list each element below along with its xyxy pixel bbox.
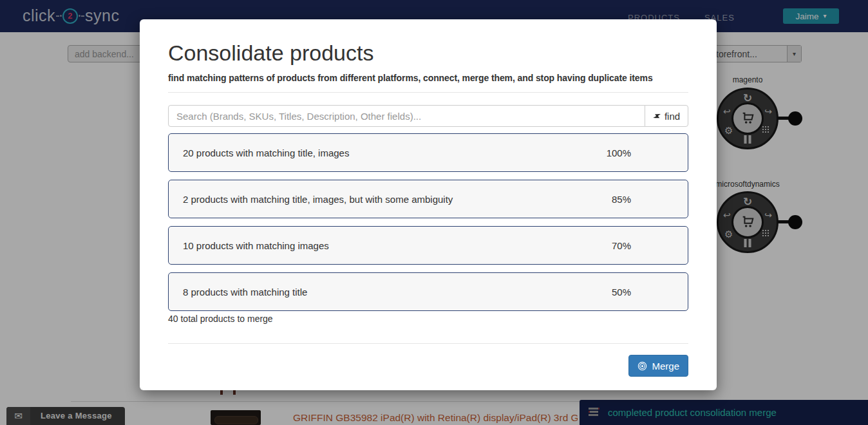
merge-button[interactable]: Merge	[628, 355, 688, 377]
match-group-label: 8 products with matching title	[183, 287, 307, 298]
match-groups: 20 products with matching title, images …	[168, 133, 688, 311]
app-window: click 2 sync PRODUCTS SALES Jaime ▾ stor…	[0, 0, 868, 425]
match-group-row[interactable]: 10 products with matching images 70%	[168, 226, 688, 265]
match-percentage: 85%	[612, 194, 631, 205]
match-group-row[interactable]: 20 products with matching title, images …	[168, 133, 688, 172]
find-button-label: find	[665, 111, 680, 122]
match-group-row[interactable]: 2 products with matching title, images, …	[168, 180, 688, 218]
modal-subtitle: find matching patterns of products from …	[168, 73, 688, 83]
bolt-icon	[651, 110, 663, 122]
match-group-label: 20 products with matching title, images	[183, 147, 349, 158]
modal-footer-divider	[168, 343, 688, 344]
modal-header-divider	[168, 92, 688, 93]
consolidate-products-modal: Consolidate products find matching patte…	[140, 19, 717, 390]
search-group: find	[168, 105, 688, 127]
match-percentage: 100%	[607, 147, 631, 158]
bullseye-icon	[637, 361, 647, 371]
match-group-row[interactable]: 8 products with matching title 50%	[168, 272, 688, 311]
match-percentage: 70%	[612, 240, 631, 251]
search-input[interactable]	[168, 105, 645, 127]
modal-footer: Merge	[168, 355, 688, 377]
find-button[interactable]: find	[645, 105, 688, 127]
merge-button-label: Merge	[652, 361, 679, 372]
modal-title: Consolidate products	[168, 41, 688, 65]
total-products-label: 40 total products to merge	[168, 314, 688, 324]
match-percentage: 50%	[612, 287, 631, 298]
match-group-label: 10 products with matching images	[183, 240, 329, 251]
match-group-label: 2 products with matching title, images, …	[183, 194, 453, 205]
